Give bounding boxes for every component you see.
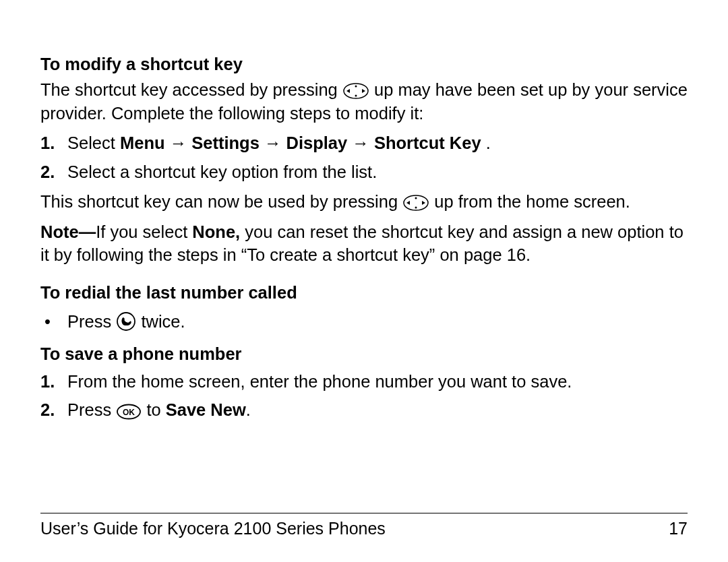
text: Menu bbox=[120, 133, 170, 152]
text: Press bbox=[67, 312, 116, 331]
step-number: 2. bbox=[40, 398, 55, 421]
text: . bbox=[246, 400, 251, 419]
document-page: To modify a shortcut key The shortcut ke… bbox=[0, 0, 728, 562]
heading-modify-shortcut: To modify a shortcut key bbox=[40, 53, 688, 75]
step-number: 1. bbox=[40, 370, 55, 393]
text: This shortcut key can now be used by pre… bbox=[40, 192, 402, 211]
svg-point-8 bbox=[415, 197, 417, 199]
text: Press bbox=[67, 400, 116, 419]
save-steps: 1. From the home screen, enter the phone… bbox=[40, 370, 688, 422]
svg-marker-6 bbox=[406, 201, 410, 205]
text: Select bbox=[67, 133, 120, 152]
modify-after: This shortcut key can now be used by pre… bbox=[40, 190, 688, 213]
page-number: 17 bbox=[669, 518, 688, 540]
svg-point-3 bbox=[355, 86, 357, 88]
text: Settings bbox=[191, 133, 264, 152]
svg-marker-1 bbox=[346, 89, 350, 93]
footer-title: User’s Guide for Kyocera 2100 Series Pho… bbox=[40, 518, 386, 540]
arrow-icon: → bbox=[352, 133, 369, 152]
text: None, bbox=[192, 222, 240, 241]
text: . bbox=[486, 133, 491, 152]
list-item: 1. Select Menu → Settings → Display → Sh… bbox=[40, 131, 688, 154]
bullet-icon: • bbox=[44, 310, 51, 333]
svg-point-9 bbox=[415, 207, 417, 209]
arrow-icon: → bbox=[264, 133, 282, 152]
page-footer: User’s Guide for Kyocera 2100 Series Pho… bbox=[40, 513, 688, 540]
svg-point-10 bbox=[117, 313, 135, 330]
svg-marker-2 bbox=[362, 89, 365, 93]
list-item: 1. From the home screen, enter the phone… bbox=[40, 370, 688, 393]
note-label: Note— bbox=[40, 222, 96, 241]
step-number: 2. bbox=[40, 160, 55, 183]
text: Select a shortcut key option from the li… bbox=[67, 162, 377, 181]
text: to bbox=[146, 400, 165, 419]
svg-point-4 bbox=[355, 95, 357, 97]
list-item: • Press twice. bbox=[40, 310, 688, 333]
modify-steps: 1. Select Menu → Settings → Display → Sh… bbox=[40, 131, 688, 183]
text: up from the home screen. bbox=[434, 192, 630, 211]
arrow-icon: → bbox=[170, 133, 187, 152]
text: Display bbox=[286, 133, 353, 152]
svg-text:OK: OK bbox=[123, 408, 135, 417]
modify-intro: The shortcut key accessed by pressing up… bbox=[40, 78, 688, 125]
text: The shortcut key accessed by pressing bbox=[40, 80, 342, 99]
text: From the home screen, enter the phone nu… bbox=[67, 372, 572, 391]
step-number: 1. bbox=[40, 131, 55, 154]
nav-key-icon bbox=[402, 192, 434, 211]
text: If you select bbox=[96, 222, 192, 241]
text: Shortcut Key bbox=[374, 133, 481, 152]
list-item: 2. Press OK to Save New. bbox=[40, 398, 688, 421]
heading-redial: To redial the last number called bbox=[40, 281, 688, 304]
svg-marker-7 bbox=[422, 201, 425, 205]
call-key-icon bbox=[116, 312, 141, 331]
menu-path: Menu → Settings → Display → Shortcut Key bbox=[120, 133, 486, 152]
modify-note: Note—If you select None, you can reset t… bbox=[40, 220, 688, 267]
list-item: 2. Select a shortcut key option from the… bbox=[40, 160, 688, 183]
heading-save-number: To save a phone number bbox=[40, 342, 688, 365]
nav-key-icon bbox=[342, 80, 374, 99]
text: twice. bbox=[141, 312, 185, 331]
text: Save New bbox=[166, 400, 246, 419]
ok-key-icon: OK bbox=[116, 400, 146, 419]
